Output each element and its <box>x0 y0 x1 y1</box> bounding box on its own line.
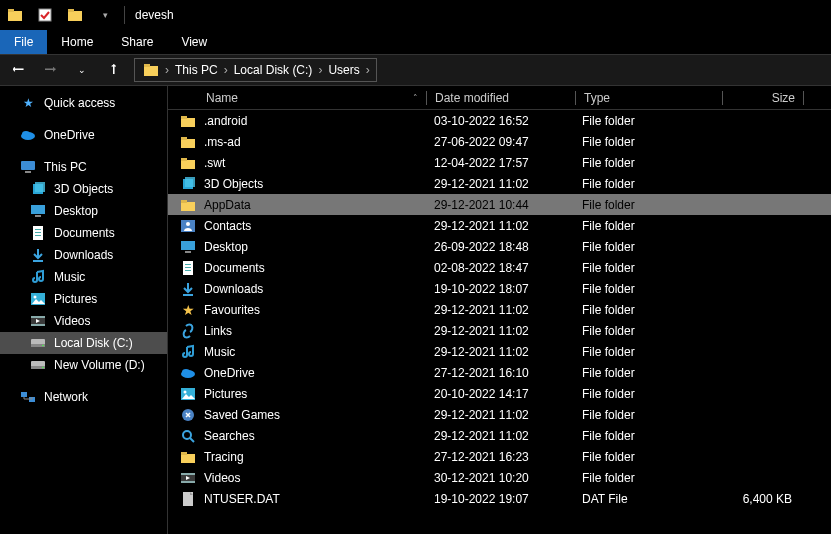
svg-rect-1 <box>8 9 14 12</box>
tab-home[interactable]: Home <box>47 30 107 54</box>
col-type[interactable]: Type <box>576 91 722 105</box>
nav-recent-dropdown-icon[interactable]: ⌄ <box>70 58 94 82</box>
file-row[interactable]: ★Favourites29-12-2021 11:02File folder <box>168 299 831 320</box>
nav-back-icon[interactable]: 🠔 <box>6 58 30 82</box>
sidebar-item[interactable]: Videos <box>0 310 167 332</box>
address-bar[interactable]: › This PC › Local Disk (C:) › Users › <box>134 58 377 82</box>
tab-file[interactable]: File <box>0 30 47 54</box>
svg-rect-40 <box>185 177 195 187</box>
disk-icon <box>30 357 46 373</box>
sidebar-item-label: New Volume (D:) <box>54 358 145 372</box>
file-row[interactable]: Searches29-12-2021 11:02File folder <box>168 425 831 446</box>
crumb-users[interactable]: Users <box>324 63 363 77</box>
chevron-right-icon[interactable]: › <box>364 63 372 77</box>
3d-icon <box>180 176 196 192</box>
sidebar-network[interactable]: Network <box>0 386 167 408</box>
folder-icon <box>180 113 196 129</box>
sidebar-item[interactable]: Music <box>0 266 167 288</box>
file-row[interactable]: OneDrive27-12-2021 16:10File folder <box>168 362 831 383</box>
tab-share[interactable]: Share <box>107 30 167 54</box>
file-date: 29-12-2021 11:02 <box>426 324 574 338</box>
svg-rect-13 <box>31 205 45 214</box>
title-separator <box>124 6 125 24</box>
sidebar-item[interactable]: New Volume (D:) <box>0 354 167 376</box>
file-row[interactable]: Downloads19-10-2022 18:07File folder <box>168 278 831 299</box>
file-row[interactable]: NTUSER.DAT19-10-2022 19:07DAT File6,400 … <box>168 488 831 509</box>
folder-icon <box>180 449 196 465</box>
folder-app-icon <box>4 4 26 26</box>
search-icon <box>180 428 196 444</box>
file-row[interactable]: Desktop26-09-2022 18:48File folder <box>168 236 831 257</box>
videos-icon <box>180 470 196 486</box>
tab-view[interactable]: View <box>167 30 221 54</box>
file-size: 6,400 KB <box>720 492 800 506</box>
col-size[interactable]: Size <box>723 91 803 105</box>
file-row[interactable]: Pictures20-10-2022 14:17File folder <box>168 383 831 404</box>
file-row[interactable]: 3D Objects29-12-2021 11:02File folder <box>168 173 831 194</box>
col-name[interactable]: Name ˄ <box>168 91 426 105</box>
file-row[interactable]: .ms-ad27-06-2022 09:47File folder <box>168 131 831 152</box>
nav-forward-icon[interactable]: 🠖 <box>38 58 62 82</box>
file-row[interactable]: Saved Games29-12-2021 11:02File folder <box>168 404 831 425</box>
sidebar-item[interactable]: Pictures <box>0 288 167 310</box>
file-date: 29-12-2021 11:02 <box>426 429 574 443</box>
svg-rect-2 <box>39 9 51 21</box>
file-row[interactable]: Tracing27-12-2021 16:23File folder <box>168 446 831 467</box>
file-row[interactable]: AppData29-12-2021 10:44File folder <box>168 194 831 215</box>
file-date: 27-06-2022 09:47 <box>426 135 574 149</box>
sidebar-item[interactable]: Documents <box>0 222 167 244</box>
file-type: File folder <box>574 303 720 317</box>
col-date[interactable]: Date modified <box>427 91 575 105</box>
monitor-icon <box>20 159 36 175</box>
file-type: File folder <box>574 450 720 464</box>
file-rows: .android03-10-2022 16:52File folder.ms-a… <box>168 110 831 534</box>
sidebar-quick-access[interactable]: ★ Quick access <box>0 92 167 114</box>
file-name: Videos <box>204 471 240 485</box>
file-icon <box>180 491 196 507</box>
navigation-pane: ★ Quick access OneDrive This PC 3D Objec… <box>0 86 167 534</box>
contacts-icon <box>180 218 196 234</box>
file-row[interactable]: Documents02-08-2022 18:47File folder <box>168 257 831 278</box>
file-date: 27-12-2021 16:10 <box>426 366 574 380</box>
crumb-local-disk[interactable]: Local Disk (C:) <box>230 63 317 77</box>
file-date: 02-08-2022 18:47 <box>426 261 574 275</box>
file-row[interactable]: Contacts29-12-2021 11:02File folder <box>168 215 831 236</box>
file-type: File folder <box>574 282 720 296</box>
sidebar-item[interactable]: Desktop <box>0 200 167 222</box>
qat-newfolder-icon[interactable] <box>64 4 86 26</box>
svg-rect-34 <box>181 116 187 119</box>
links-icon <box>180 323 196 339</box>
file-name: .swt <box>204 156 225 170</box>
svg-rect-12 <box>35 182 45 192</box>
svg-point-53 <box>182 369 190 375</box>
nav-up-icon[interactable]: 🠕 <box>102 58 126 82</box>
file-row[interactable]: .android03-10-2022 16:52File folder <box>168 110 831 131</box>
svg-rect-14 <box>35 215 41 217</box>
sidebar-onedrive[interactable]: OneDrive <box>0 124 167 146</box>
svg-rect-33 <box>181 118 195 127</box>
chevron-right-icon[interactable]: › <box>222 63 230 77</box>
file-row[interactable]: Videos30-12-2021 10:20File folder <box>168 467 831 488</box>
sidebar-item[interactable]: Downloads <box>0 244 167 266</box>
qat-dropdown-icon[interactable]: ▾ <box>94 4 116 26</box>
sidebar-this-pc[interactable]: This PC <box>0 156 167 178</box>
sidebar-item[interactable]: Local Disk (C:) <box>0 332 167 354</box>
chevron-right-icon[interactable]: › <box>163 63 171 77</box>
sidebar-item[interactable]: 3D Objects <box>0 178 167 200</box>
sidebar-item-label: Music <box>54 270 85 284</box>
svg-rect-48 <box>185 264 191 265</box>
svg-point-8 <box>22 131 30 137</box>
svg-point-27 <box>42 345 44 347</box>
svg-rect-17 <box>35 232 41 233</box>
videos-icon <box>30 313 46 329</box>
file-row[interactable]: .swt12-04-2022 17:57File folder <box>168 152 831 173</box>
crumb-this-pc[interactable]: This PC <box>171 63 222 77</box>
address-root-icon[interactable] <box>139 62 163 78</box>
chevron-right-icon[interactable]: › <box>316 63 324 77</box>
file-row[interactable]: Music29-12-2021 11:02File folder <box>168 341 831 362</box>
file-date: 20-10-2022 14:17 <box>426 387 574 401</box>
file-row[interactable]: Links29-12-2021 11:02File folder <box>168 320 831 341</box>
svg-point-55 <box>184 390 187 393</box>
qat-properties-icon[interactable] <box>34 4 56 26</box>
svg-rect-49 <box>185 267 191 268</box>
